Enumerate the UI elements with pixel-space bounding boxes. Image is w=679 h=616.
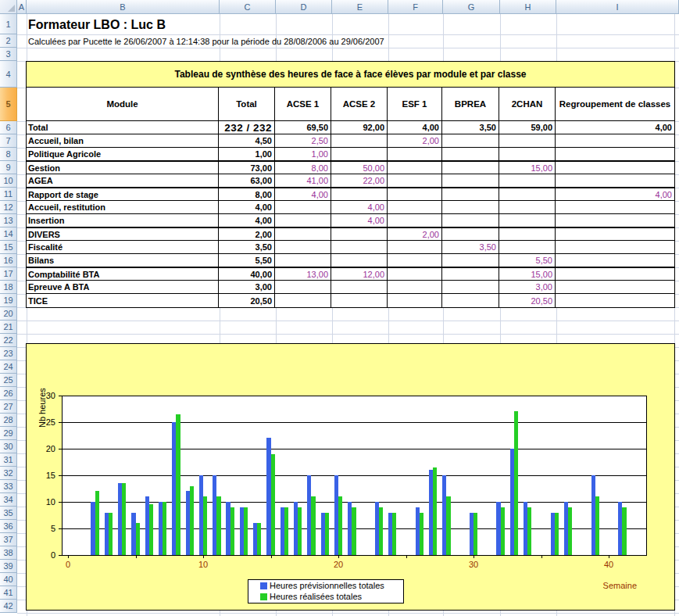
table-cell-value[interactable] xyxy=(275,281,331,294)
table-cell-value[interactable] xyxy=(442,227,499,241)
chart-bar[interactable] xyxy=(591,475,595,555)
table-cell-value[interactable] xyxy=(388,188,442,201)
row-header-2[interactable]: 2 xyxy=(0,34,17,48)
table-cell-value[interactable]: 4,00 xyxy=(331,201,388,214)
row-header-20[interactable]: 20 xyxy=(0,307,17,321)
row-header-14[interactable]: 14 xyxy=(0,227,17,241)
table-cell-value[interactable]: 2,50 xyxy=(275,134,331,148)
table-column-header[interactable]: Total xyxy=(219,88,275,121)
table-cell-value[interactable] xyxy=(556,254,674,267)
table-column-header[interactable]: ACSE 2 xyxy=(331,88,388,121)
column-header-H[interactable]: H xyxy=(500,0,556,14)
table-cell-total[interactable]: 4,00 xyxy=(219,214,275,227)
column-header-A[interactable]: A xyxy=(17,0,27,14)
table-cell-value[interactable] xyxy=(388,267,442,281)
table-cell-total[interactable]: 8,00 xyxy=(219,188,275,201)
table-cell-value[interactable]: 41,00 xyxy=(275,174,331,188)
table-cell-value[interactable]: 15,00 xyxy=(499,161,556,174)
table-cell-value[interactable] xyxy=(331,254,388,267)
chart-bar[interactable] xyxy=(321,513,325,555)
chart-bar[interactable] xyxy=(159,502,163,555)
chart-bar[interactable] xyxy=(510,449,514,555)
chart-bar[interactable] xyxy=(136,523,140,555)
table-cell-value[interactable]: 69,50 xyxy=(275,121,331,134)
row-header-39[interactable]: 39 xyxy=(0,560,17,573)
row-header-4[interactable]: 4 xyxy=(0,61,17,88)
row-header-17[interactable]: 17 xyxy=(0,267,17,281)
table-cell-value[interactable] xyxy=(556,227,674,241)
chart-bar[interactable] xyxy=(496,502,500,555)
table-cell-value[interactable] xyxy=(331,281,388,294)
chart-bar[interactable] xyxy=(122,483,126,555)
chart-bar[interactable] xyxy=(388,513,392,555)
table-cell-value[interactable] xyxy=(556,214,674,227)
table-cell-value[interactable] xyxy=(556,174,674,188)
table-cell-value[interactable] xyxy=(388,281,442,294)
table-cell-value[interactable] xyxy=(331,241,388,254)
chart-bar[interactable] xyxy=(298,507,302,555)
chart-bar[interactable] xyxy=(527,507,531,555)
column-header-G[interactable]: G xyxy=(443,0,500,14)
table-cell-value[interactable] xyxy=(331,148,388,161)
table-cell-value[interactable] xyxy=(388,174,442,188)
row-header-22[interactable]: 22 xyxy=(0,334,17,347)
table-cell-value[interactable] xyxy=(556,148,674,161)
table-cell-module[interactable]: TICE xyxy=(27,294,219,307)
table-cell-value[interactable]: 4,00 xyxy=(388,121,442,134)
table-cell-value[interactable] xyxy=(442,161,499,174)
chart-bar[interactable] xyxy=(446,496,450,555)
table-cell-value[interactable] xyxy=(275,227,331,241)
table-cell-value[interactable] xyxy=(499,174,556,188)
chart-bar[interactable] xyxy=(622,507,626,555)
row-header-26[interactable]: 26 xyxy=(0,387,17,400)
chart-bar[interactable] xyxy=(352,507,356,555)
row-header-37[interactable]: 37 xyxy=(0,533,17,546)
table-cell-value[interactable]: 1,00 xyxy=(275,148,331,161)
chart-bar[interactable] xyxy=(281,507,284,555)
row-header-40[interactable]: 40 xyxy=(0,573,17,586)
row-header-19[interactable]: 19 xyxy=(0,294,17,307)
table-cell-total[interactable]: 4,00 xyxy=(219,201,275,214)
chart-bar[interactable] xyxy=(172,422,176,555)
chart-bar[interactable] xyxy=(95,491,99,555)
legend-label[interactable]: Heures prévisionnelles totales xyxy=(270,581,384,590)
column-header-F[interactable]: F xyxy=(388,0,443,14)
row-header-33[interactable]: 33 xyxy=(0,480,17,493)
table-column-header[interactable]: ESF 1 xyxy=(388,88,442,121)
table-title-band[interactable]: Tableau de synthèse des heures de face à… xyxy=(27,62,674,88)
table-cell-value[interactable]: 20,50 xyxy=(499,294,556,307)
chart-bar[interactable] xyxy=(216,496,220,555)
chart-bar[interactable] xyxy=(271,454,275,555)
sheet-title-cell[interactable]: Formateur LBO : Luc B xyxy=(28,14,166,34)
table-cell-value[interactable] xyxy=(331,294,388,307)
table-cell-total[interactable]: 3,50 xyxy=(219,241,275,254)
row-header-41[interactable]: 41 xyxy=(0,586,17,600)
table-cell-value[interactable] xyxy=(331,227,388,241)
table-cell-total[interactable]: 232 / 232 xyxy=(219,121,275,134)
row-header-7[interactable]: 7 xyxy=(0,134,17,148)
row-header-28[interactable]: 28 xyxy=(0,414,17,427)
chart-bar[interactable] xyxy=(266,438,270,555)
table-cell-total[interactable]: 2,00 xyxy=(219,227,275,241)
row-header-29[interactable]: 29 xyxy=(0,427,17,440)
row-header-23[interactable]: 23 xyxy=(0,347,17,360)
chart-bar[interactable] xyxy=(91,502,95,555)
table-cell-total[interactable]: 5,50 xyxy=(219,254,275,267)
row-header-36[interactable]: 36 xyxy=(0,520,17,533)
chart-bar[interactable] xyxy=(429,470,433,555)
row-header-5[interactable]: 5 xyxy=(0,88,17,121)
table-cell-value[interactable] xyxy=(388,214,442,227)
row-header-32[interactable]: 32 xyxy=(0,467,17,480)
column-header-I[interactable]: I xyxy=(556,0,679,14)
table-cell-value[interactable]: 59,00 xyxy=(499,121,556,134)
chart-bar[interactable] xyxy=(190,486,194,555)
column-header-D[interactable]: D xyxy=(276,0,332,14)
chart-bar[interactable] xyxy=(240,507,244,555)
chart-bar[interactable] xyxy=(416,507,420,555)
chart-bar[interactable] xyxy=(199,475,203,555)
row-header-3[interactable]: 3 xyxy=(0,48,17,61)
row-header-21[interactable]: 21 xyxy=(0,321,17,334)
table-cell-total[interactable]: 1,00 xyxy=(219,148,275,161)
table-cell-value[interactable] xyxy=(499,201,556,214)
table-cell-value[interactable]: 3,50 xyxy=(442,241,499,254)
